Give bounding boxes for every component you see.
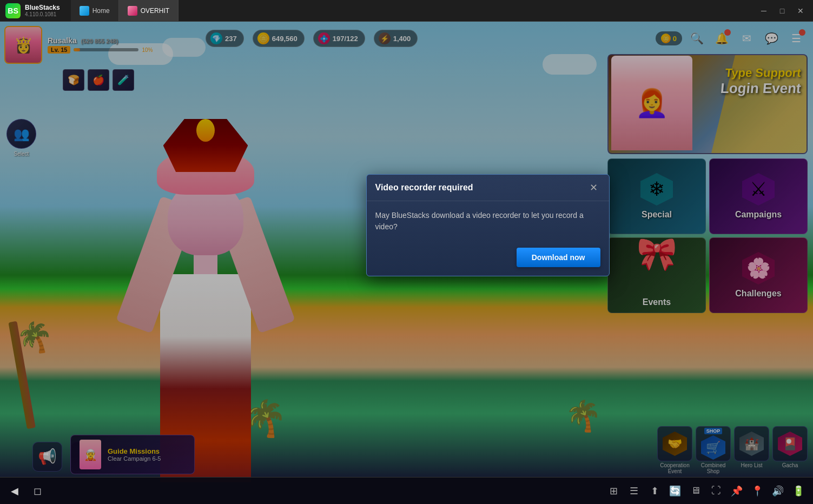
dialog-body: May BlueStacks download a video recorder…	[367, 201, 609, 241]
taskbar-grid-icon[interactable]: ⊞	[604, 482, 623, 500]
titlebar: BS BlueStacks 4.110.0.1081 Home OVERHIT …	[0, 0, 813, 22]
taskbar-refresh-icon[interactable]: 🔄	[666, 482, 684, 500]
taskbar-nav: ◀ ◻	[5, 482, 47, 500]
game-tab-label: OVERHIT	[141, 7, 169, 15]
dialog-overlay: Video recorder required ✕ May BlueStacks…	[0, 22, 813, 482]
tab-home[interactable]: Home	[71, 0, 119, 21]
taskbar-list-icon[interactable]: ☰	[625, 482, 643, 500]
titlebar-tabs: Home OVERHIT	[71, 0, 179, 21]
app-version: 4.110.0.1081	[25, 11, 60, 17]
taskbar: ◀ ◻ ⊞ ☰ ⬆ 🔄 🖥 ⛶ 📌 📍 🔊 🔋	[0, 477, 813, 504]
maximize-button[interactable]: □	[774, 4, 790, 18]
tab-overhit[interactable]: OVERHIT	[119, 0, 179, 21]
taskbar-pin-icon[interactable]: 📌	[728, 482, 746, 500]
minimize-button[interactable]: ─	[756, 4, 772, 18]
dialog-title: Video recorder required	[375, 183, 473, 193]
dialog-message: May BlueStacks download a video recorder…	[375, 211, 584, 231]
window-controls: ─ □ ✕	[756, 4, 813, 18]
app-logo: BS BlueStacks 4.110.0.1081	[0, 3, 65, 18]
taskbar-screen-icon[interactable]: 🖥	[686, 482, 705, 500]
home-tab-label: Home	[92, 7, 110, 15]
close-button[interactable]: ✕	[792, 4, 809, 18]
download-now-button[interactable]: Download now	[517, 248, 600, 267]
taskbar-right-icons: ⊞ ☰ ⬆ 🔄 🖥 ⛶ 📌 📍 🔊 🔋	[604, 482, 808, 500]
taskbar-fullscreen-icon[interactable]: ⛶	[707, 482, 725, 500]
taskbar-location-icon[interactable]: 📍	[748, 482, 766, 500]
dialog-close-button[interactable]: ✕	[587, 181, 600, 194]
home-tab-icon	[80, 6, 89, 16]
app-info: BlueStacks 4.110.0.1081	[25, 4, 60, 17]
game-area: 🌴 🌴 🌴 👸	[0, 22, 813, 482]
dialog-header: Video recorder required ✕	[367, 175, 609, 201]
home-nav-button[interactable]: ◻	[28, 482, 47, 500]
taskbar-battery-icon[interactable]: 🔋	[789, 482, 808, 500]
taskbar-volume-icon[interactable]: 🔊	[769, 482, 787, 500]
dialog-footer: Download now	[367, 241, 609, 276]
game-tab-icon	[128, 6, 137, 16]
taskbar-upload-icon[interactable]: ⬆	[645, 482, 664, 500]
app-name: BlueStacks	[25, 4, 60, 11]
video-recorder-dialog: Video recorder required ✕ May BlueStacks…	[366, 174, 610, 276]
bluestacks-icon: BS	[5, 3, 21, 18]
back-button[interactable]: ◀	[5, 482, 24, 500]
